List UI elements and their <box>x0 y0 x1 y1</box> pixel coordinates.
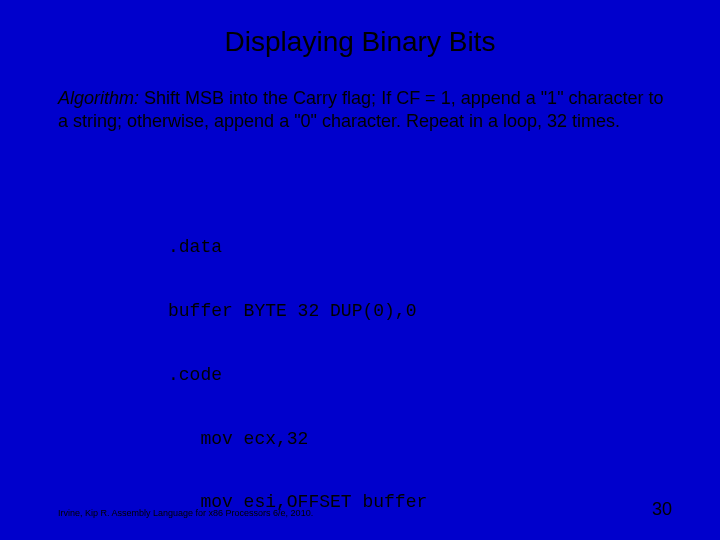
slide-title: Displaying Binary Bits <box>0 26 720 58</box>
algorithm-text: Shift MSB into the Carry flag; If CF = 1… <box>58 88 664 131</box>
algorithm-label: Algorithm: <box>58 88 139 108</box>
code-line: .data <box>168 237 438 258</box>
code-line: mov ecx,32 <box>168 429 438 450</box>
code-block: .data buffer BYTE 32 DUP(0),0 .code mov … <box>168 195 438 540</box>
page-number: 30 <box>652 499 672 520</box>
code-line: buffer BYTE 32 DUP(0),0 <box>168 301 438 322</box>
code-line: .code <box>168 365 438 386</box>
footer-citation: Irvine, Kip R. Assembly Language for x86… <box>58 508 313 518</box>
algorithm-paragraph: Algorithm: Shift MSB into the Carry flag… <box>58 87 670 132</box>
slide: Displaying Binary Bits Algorithm: Shift … <box>0 0 720 540</box>
